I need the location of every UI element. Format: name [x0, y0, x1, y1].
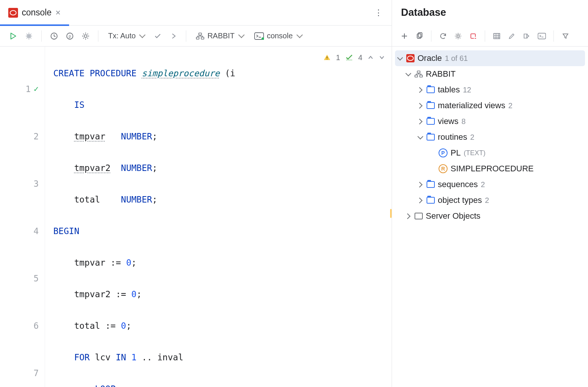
svg-point-14 — [457, 35, 460, 37]
chevron-down-icon[interactable] — [397, 55, 403, 62]
procedure-icon: P — [439, 148, 448, 157]
open-console-button[interactable] — [535, 30, 548, 42]
stop-button[interactable] — [467, 30, 479, 42]
database-toolbar — [392, 26, 588, 47]
tree-label: object types — [438, 195, 482, 205]
tree-node-object-types[interactable]: object types 2 — [392, 192, 588, 208]
svg-rect-6 — [196, 37, 199, 39]
add-datasource-button[interactable] — [398, 30, 411, 42]
tree-node-routines[interactable]: routines 2 — [392, 129, 588, 145]
database-panel-title: Database — [401, 7, 446, 18]
editor-tabs: console ✕ ⋮ — [0, 0, 392, 26]
close-tab-icon[interactable]: ✕ — [55, 9, 61, 17]
tree-count: 2 — [481, 180, 485, 189]
tab-overflow-menu-icon[interactable]: ⋮ — [369, 8, 388, 18]
svg-rect-21 — [420, 75, 422, 77]
schema-icon — [415, 70, 423, 78]
table-view-button[interactable] — [490, 30, 503, 42]
tree-node-materialized-views[interactable]: materialized views 2 — [392, 98, 588, 113]
svg-text:p: p — [69, 33, 71, 38]
tab-title: console — [22, 8, 51, 18]
code-editor[interactable]: 1✓ 2 3 4 5 6 7 8 9 10 11 12 13 14 15 16 … — [0, 47, 392, 387]
jump-to-console-button[interactable] — [520, 30, 533, 42]
svg-rect-13 — [418, 33, 422, 37]
prev-highlight-icon[interactable] — [368, 54, 374, 60]
chevron-right-icon[interactable] — [405, 213, 412, 219]
chevron-right-icon[interactable] — [417, 102, 424, 109]
folder-icon — [427, 102, 435, 109]
chevron-down-icon[interactable] — [405, 71, 412, 77]
commit-button[interactable] — [151, 30, 164, 42]
error-stripe-mark[interactable] — [390, 209, 392, 218]
schema-selector[interactable]: RABBIT — [192, 32, 247, 40]
tree-label: tables — [438, 85, 460, 95]
svg-rect-10 — [327, 57, 327, 58]
code-content[interactable]: CREATE PROCEDURE simpleprocedure (i IS t… — [45, 47, 392, 387]
debug-button[interactable] — [23, 30, 35, 42]
tree-count: 2 — [470, 133, 474, 142]
chevron-right-icon[interactable] — [417, 181, 424, 188]
next-highlight-icon[interactable] — [379, 54, 385, 60]
svg-rect-7 — [201, 37, 204, 39]
refresh-button[interactable] — [437, 30, 449, 42]
tree-label: SIMPLEPROCEDURE — [451, 164, 534, 174]
tree-label: RABBIT — [426, 69, 455, 79]
tree-node-routine-pl[interactable]: P PL (TEXT) — [392, 145, 588, 161]
routine-icon: R — [439, 164, 448, 173]
tree-label: sequences — [438, 180, 478, 189]
chevron-right-icon[interactable] — [417, 197, 424, 204]
tree-node-sequences[interactable]: sequences 2 — [392, 177, 588, 192]
tx-mode-dropdown[interactable]: Tx: Auto — [104, 32, 148, 40]
schema-label: RABBIT — [207, 32, 234, 40]
chevron-down-icon — [139, 32, 145, 40]
editor-gutter: 1✓ 2 3 4 5 6 7 8 9 10 11 12 13 14 15 16 … — [0, 47, 45, 387]
check-icon: ✓ — [34, 81, 39, 97]
tree-node-schema[interactable]: RABBIT — [392, 66, 588, 82]
database-tree: Oracle 1 of 61 RABBIT tables 12 material… — [392, 47, 588, 228]
filter-button[interactable] — [559, 30, 572, 42]
tree-node-routine-simpleprocedure[interactable]: R SIMPLEPROCEDURE — [392, 161, 588, 177]
tree-count: 8 — [461, 117, 466, 126]
chevron-down-icon — [238, 32, 244, 40]
datasource-settings-button[interactable] — [452, 30, 464, 42]
playground-button[interactable]: p — [63, 30, 76, 42]
folder-icon — [427, 197, 435, 204]
folder-icon — [427, 181, 435, 188]
inspections-widget[interactable]: 1 4 — [323, 50, 385, 65]
query-settings-button[interactable] — [79, 30, 92, 42]
chevron-right-icon[interactable] — [417, 118, 424, 125]
oracle-db-icon — [8, 8, 18, 18]
session-selector[interactable]: console — [250, 32, 306, 40]
tree-label: Oracle — [418, 53, 442, 63]
typo-count: 4 — [358, 50, 362, 65]
tab-console[interactable]: console ✕ — [0, 0, 69, 26]
chevron-down-icon[interactable] — [417, 134, 424, 141]
svg-rect-5 — [199, 33, 202, 35]
svg-point-9 — [261, 37, 264, 40]
svg-point-4 — [84, 35, 87, 37]
database-panel-header: Database — [392, 0, 588, 26]
session-label: console — [267, 32, 293, 40]
chevron-right-icon[interactable] — [417, 86, 424, 93]
svg-rect-19 — [417, 71, 420, 73]
tree-annotation: (TEXT) — [464, 149, 485, 157]
tree-count: 1 of 61 — [445, 54, 468, 63]
schema-icon — [196, 32, 204, 40]
tree-node-oracle[interactable]: Oracle 1 of 61 — [395, 50, 585, 66]
tree-count: 2 — [485, 196, 489, 205]
rollback-button[interactable] — [167, 30, 180, 42]
editor-toolbar: p Tx: Auto RABBIT — [0, 26, 392, 47]
tx-mode-label: Tx: Auto — [108, 32, 136, 40]
tree-node-views[interactable]: views 8 — [392, 113, 588, 129]
duplicate-button[interactable] — [413, 30, 426, 42]
history-button[interactable] — [48, 30, 60, 42]
tree-label: materialized views — [438, 101, 505, 110]
run-button[interactable] — [7, 30, 20, 42]
edit-button[interactable] — [505, 30, 518, 42]
tree-node-server-objects[interactable]: Server Objects — [392, 208, 588, 224]
tree-node-tables[interactable]: tables 12 — [392, 82, 588, 98]
tree-label: PL — [451, 148, 461, 158]
warning-icon — [323, 54, 331, 61]
svg-rect-12 — [417, 34, 421, 38]
tree-label: views — [438, 116, 458, 126]
